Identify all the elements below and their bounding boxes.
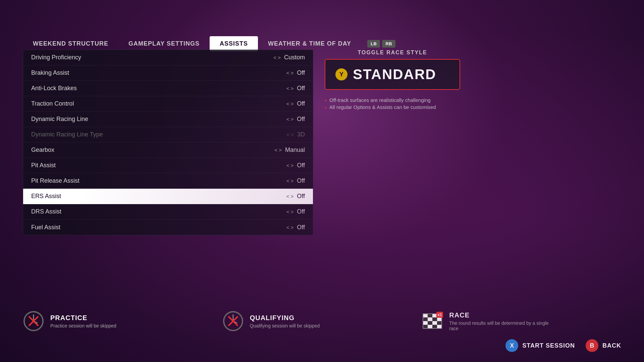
svg-rect-20: [437, 317, 442, 321]
race-style-box[interactable]: Y STANDARD: [325, 59, 460, 90]
arrows-ers-assist: < >: [286, 193, 294, 199]
settings-row-driving-proficiency[interactable]: Driving Proficiency < > Custom: [23, 50, 313, 65]
row-label-dynamic-racing-line: Dynamic Racing Line: [31, 116, 88, 123]
arrows-fuel-assist: < >: [286, 225, 294, 230]
arrows-pit-release-assist: < >: [286, 178, 294, 184]
svg-rect-18: [428, 317, 432, 321]
start-session-label: START SESSION: [522, 342, 575, 349]
practice-title: PRACTICE: [50, 314, 116, 322]
row-label-driving-proficiency: Driving Proficiency: [31, 54, 81, 61]
arrows-pit-assist: < >: [286, 163, 294, 168]
row-value-pit-assist: < > Off: [286, 162, 305, 169]
lb-button[interactable]: LB: [367, 40, 380, 48]
svg-text:x1: x1: [438, 312, 442, 317]
race-subtitle: The round results will be determined by …: [449, 320, 556, 331]
session-item-qualifying: QUALIFYING Qualifying session will be sk…: [222, 310, 422, 332]
race-title: RACE: [449, 311, 556, 319]
settings-row-dynamic-racing-line-type[interactable]: Dynamic Racing Line Type < > 3D: [23, 127, 313, 142]
practice-subtitle: Practice session will be skipped: [50, 323, 116, 328]
settings-row-traction-control[interactable]: Traction Control < > Off: [23, 96, 313, 112]
row-label-drs-assist: DRS Assist: [31, 208, 61, 215]
race-style-bullet-1: All regular Options & Assists can be cus…: [325, 104, 460, 111]
svg-rect-14: [428, 314, 432, 317]
svg-rect-23: [432, 321, 437, 325]
lb-rb-buttons: LB RB: [367, 40, 395, 48]
tab-weather-time[interactable]: WEATHER & TIME OF DAY: [258, 36, 361, 51]
qualifying-subtitle: Qualifying session will be skipped: [250, 323, 320, 328]
svg-rect-15: [432, 314, 437, 317]
row-value-driving-proficiency: < > Custom: [273, 54, 305, 61]
row-label-ers-assist: ERS Assist: [31, 193, 61, 200]
svg-rect-22: [428, 321, 432, 325]
race-style-panel: TOGGLE RACE STYLE Y STANDARD Off-track s…: [325, 50, 460, 111]
row-value-traction-control: < > Off: [286, 100, 305, 107]
settings-row-drs-assist[interactable]: DRS Assist < > Off: [23, 204, 313, 220]
back-button[interactable]: B BACK: [586, 339, 621, 352]
practice-icon: [23, 310, 44, 332]
row-value-drs-assist: < > Off: [286, 208, 305, 215]
bottom-actions: X START SESSION B BACK: [505, 339, 621, 352]
qualifying-icon: [222, 310, 244, 332]
svg-rect-26: [428, 325, 432, 328]
session-bar: PRACTICE Practice session will be skippe…: [23, 310, 621, 332]
row-label-dynamic-racing-line-type: Dynamic Racing Line Type: [31, 131, 103, 138]
start-session-button[interactable]: X START SESSION: [505, 339, 575, 352]
practice-text: PRACTICE Practice session will be skippe…: [50, 314, 116, 328]
session-item-race: x1 RACE The round results will be determ…: [422, 310, 621, 332]
settings-row-fuel-assist[interactable]: Fuel Assist < > Off: [23, 220, 313, 235]
settings-row-dynamic-racing-line[interactable]: Dynamic Racing Line < > Off: [23, 112, 313, 127]
race-style-title: TOGGLE RACE STYLE: [325, 50, 460, 56]
row-label-pit-assist: Pit Assist: [31, 162, 56, 169]
row-value-fuel-assist: < > Off: [286, 224, 305, 231]
settings-panel: Driving Proficiency < > Custom Braking A…: [23, 50, 313, 235]
tab-gameplay-settings[interactable]: GAMEPLAY SETTINGS: [118, 36, 210, 51]
settings-row-ers-assist[interactable]: ERS Assist < > Off: [23, 189, 313, 204]
arrows-gearbox: < >: [274, 147, 282, 153]
svg-rect-24: [437, 321, 442, 325]
settings-row-pit-assist[interactable]: Pit Assist < > Off: [23, 158, 313, 173]
x-button-icon: X: [505, 339, 518, 352]
arrows-dynamic-racing-line: < >: [286, 116, 294, 122]
svg-rect-13: [423, 314, 428, 317]
settings-row-anti-lock-brakes[interactable]: Anti-Lock Brakes < > Off: [23, 81, 313, 96]
row-label-braking-assist: Braking Assist: [31, 69, 69, 76]
qualifying-title: QUALIFYING: [250, 314, 320, 322]
svg-rect-25: [423, 325, 428, 328]
arrows-traction-control: < >: [286, 101, 294, 107]
settings-row-braking-assist[interactable]: Braking Assist < > Off: [23, 65, 313, 81]
row-value-dynamic-racing-line: < > Off: [286, 116, 305, 123]
row-value-braking-assist: < > Off: [286, 69, 305, 76]
race-style-bullet-0: Off-track surfaces are realistically cha…: [325, 97, 460, 104]
svg-rect-28: [437, 325, 442, 328]
session-item-practice: PRACTICE Practice session will be skippe…: [23, 310, 222, 332]
arrows-braking-assist: < >: [286, 70, 294, 76]
race-icon: x1: [422, 310, 443, 332]
arrows-drs-assist: < >: [286, 209, 294, 215]
b-button-icon: B: [586, 339, 598, 352]
back-label: BACK: [602, 342, 621, 349]
y-button[interactable]: Y: [335, 68, 347, 80]
settings-row-pit-release-assist[interactable]: Pit Release Assist < > Off: [23, 173, 313, 189]
style-name: STANDARD: [353, 66, 436, 82]
rb-button[interactable]: RB: [382, 40, 395, 48]
row-value-pit-release-assist: < > Off: [286, 177, 305, 184]
tab-weekend-structure[interactable]: WEEKEND STRUCTURE: [23, 36, 118, 51]
tab-assists[interactable]: ASSISTS: [210, 36, 258, 51]
arrows-anti-lock-brakes: < >: [286, 85, 294, 91]
settings-row-gearbox[interactable]: Gearbox < > Manual: [23, 142, 313, 158]
row-label-fuel-assist: Fuel Assist: [31, 224, 60, 231]
svg-rect-21: [423, 321, 428, 325]
row-label-pit-release-assist: Pit Release Assist: [31, 177, 79, 184]
race-style-bullets: Off-track surfaces are realistically cha…: [325, 97, 460, 111]
arrows-dynamic-racing-line-type: < >: [286, 132, 294, 137]
svg-rect-27: [432, 325, 437, 328]
arrows-driving-proficiency: < >: [273, 55, 281, 60]
svg-rect-17: [423, 317, 428, 321]
row-label-anti-lock-brakes: Anti-Lock Brakes: [31, 85, 77, 92]
svg-rect-19: [432, 317, 437, 321]
row-value-dynamic-racing-line-type: < > 3D: [286, 131, 305, 138]
row-value-ers-assist: < > Off: [286, 193, 305, 200]
row-value-anti-lock-brakes: < > Off: [286, 85, 305, 92]
row-label-gearbox: Gearbox: [31, 146, 54, 154]
row-label-traction-control: Traction Control: [31, 100, 74, 107]
